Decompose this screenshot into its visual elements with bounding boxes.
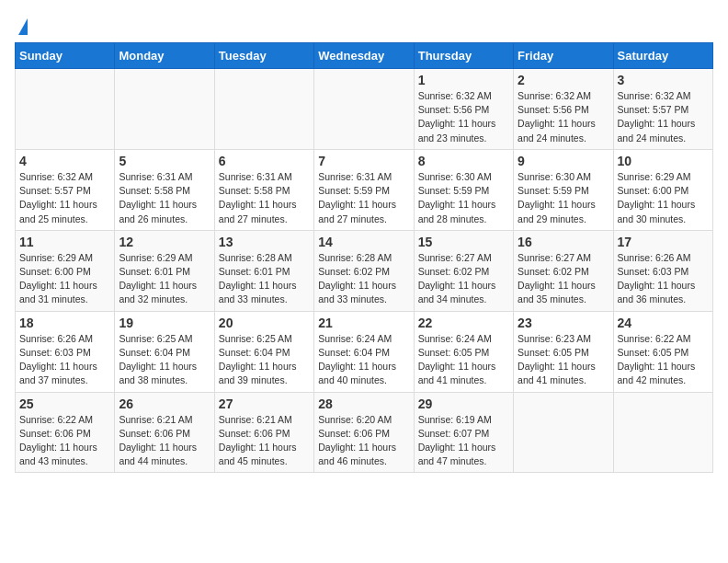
- day-number: 17: [618, 235, 709, 249]
- day-info: Sunrise: 6:27 AMSunset: 6:02 PMDaylight:…: [418, 252, 496, 305]
- day-info: Sunrise: 6:32 AMSunset: 5:57 PMDaylight:…: [618, 90, 696, 144]
- day-number: 27: [219, 396, 310, 411]
- day-number: 29: [418, 396, 509, 411]
- day-number: 15: [418, 235, 509, 249]
- day-cell: 25 Sunrise: 6:22 AMSunset: 6:06 PMDaylig…: [16, 392, 115, 473]
- day-info: Sunrise: 6:22 AMSunset: 6:06 PMDaylight:…: [19, 414, 97, 467]
- day-number: 23: [518, 316, 609, 330]
- day-info: Sunrise: 6:28 AMSunset: 6:02 PMDaylight:…: [318, 252, 396, 305]
- day-info: Sunrise: 6:32 AMSunset: 5:56 PMDaylight:…: [518, 90, 596, 144]
- day-info: Sunrise: 6:28 AMSunset: 6:01 PMDaylight:…: [219, 252, 297, 305]
- day-cell: 6 Sunrise: 6:31 AMSunset: 5:58 PMDayligh…: [214, 149, 313, 230]
- day-cell: 10 Sunrise: 6:29 AMSunset: 6:00 PMDaylig…: [613, 149, 712, 230]
- day-cell: 24 Sunrise: 6:22 AMSunset: 6:05 PMDaylig…: [613, 311, 712, 392]
- day-info: Sunrise: 6:29 AMSunset: 6:01 PMDaylight:…: [119, 252, 197, 305]
- day-cell: 21 Sunrise: 6:24 AMSunset: 6:04 PMDaylig…: [314, 311, 414, 392]
- column-header-monday: Monday: [115, 43, 214, 69]
- day-number: 4: [19, 154, 110, 168]
- day-cell: [613, 392, 712, 473]
- column-header-tuesday: Tuesday: [214, 43, 313, 69]
- header-row: SundayMondayTuesdayWednesdayThursdayFrid…: [16, 43, 713, 69]
- day-number: 5: [119, 154, 210, 168]
- week-row-2: 4 Sunrise: 6:32 AMSunset: 5:57 PMDayligh…: [16, 149, 713, 230]
- day-number: 25: [19, 396, 110, 411]
- header: [15, 15, 713, 35]
- day-info: Sunrise: 6:30 AMSunset: 5:59 PMDaylight:…: [518, 171, 596, 224]
- column-header-thursday: Thursday: [414, 43, 513, 69]
- day-info: Sunrise: 6:20 AMSunset: 6:06 PMDaylight:…: [318, 414, 396, 467]
- day-cell: 9 Sunrise: 6:30 AMSunset: 5:59 PMDayligh…: [514, 149, 613, 230]
- day-info: Sunrise: 6:31 AMSunset: 5:58 PMDaylight:…: [219, 171, 297, 224]
- column-header-wednesday: Wednesday: [314, 43, 414, 69]
- day-cell: 22 Sunrise: 6:24 AMSunset: 6:05 PMDaylig…: [414, 311, 513, 392]
- day-number: 14: [318, 235, 409, 249]
- day-cell: 7 Sunrise: 6:31 AMSunset: 5:59 PMDayligh…: [314, 149, 414, 230]
- day-cell: 14 Sunrise: 6:28 AMSunset: 6:02 PMDaylig…: [314, 230, 414, 311]
- day-info: Sunrise: 6:26 AMSunset: 6:03 PMDaylight:…: [19, 333, 97, 386]
- day-number: 10: [618, 154, 709, 168]
- day-cell: [16, 69, 115, 150]
- week-row-5: 25 Sunrise: 6:22 AMSunset: 6:06 PMDaylig…: [16, 392, 713, 473]
- day-info: Sunrise: 6:21 AMSunset: 6:06 PMDaylight:…: [219, 414, 297, 467]
- day-info: Sunrise: 6:31 AMSunset: 5:59 PMDaylight:…: [318, 171, 396, 224]
- day-info: Sunrise: 6:25 AMSunset: 6:04 PMDaylight:…: [219, 333, 297, 386]
- day-cell: 26 Sunrise: 6:21 AMSunset: 6:06 PMDaylig…: [115, 392, 214, 473]
- day-cell: 15 Sunrise: 6:27 AMSunset: 6:02 PMDaylig…: [414, 230, 513, 311]
- day-number: 8: [418, 154, 509, 168]
- day-cell: 29 Sunrise: 6:19 AMSunset: 6:07 PMDaylig…: [414, 392, 513, 473]
- day-cell: [214, 69, 313, 150]
- day-number: 13: [219, 235, 310, 249]
- day-info: Sunrise: 6:29 AMSunset: 6:00 PMDaylight:…: [618, 171, 696, 224]
- day-cell: 17 Sunrise: 6:26 AMSunset: 6:03 PMDaylig…: [613, 230, 712, 311]
- day-info: Sunrise: 6:32 AMSunset: 5:56 PMDaylight:…: [418, 90, 496, 144]
- day-info: Sunrise: 6:25 AMSunset: 6:04 PMDaylight:…: [119, 333, 197, 386]
- day-cell: 5 Sunrise: 6:31 AMSunset: 5:58 PMDayligh…: [115, 149, 214, 230]
- day-cell: 3 Sunrise: 6:32 AMSunset: 5:57 PMDayligh…: [613, 69, 712, 150]
- logo-triangle-icon: [18, 18, 28, 35]
- day-cell: 13 Sunrise: 6:28 AMSunset: 6:01 PMDaylig…: [214, 230, 313, 311]
- day-number: 12: [119, 235, 210, 249]
- day-info: Sunrise: 6:26 AMSunset: 6:03 PMDaylight:…: [618, 252, 696, 305]
- day-cell: 4 Sunrise: 6:32 AMSunset: 5:57 PMDayligh…: [16, 149, 115, 230]
- day-info: Sunrise: 6:22 AMSunset: 6:05 PMDaylight:…: [618, 333, 696, 386]
- day-cell: [314, 69, 414, 150]
- day-number: 24: [618, 316, 709, 330]
- day-cell: 28 Sunrise: 6:20 AMSunset: 6:06 PMDaylig…: [314, 392, 414, 473]
- day-number: 19: [119, 316, 210, 330]
- day-info: Sunrise: 6:23 AMSunset: 6:05 PMDaylight:…: [518, 333, 596, 386]
- day-cell: 18 Sunrise: 6:26 AMSunset: 6:03 PMDaylig…: [16, 311, 115, 392]
- day-cell: 16 Sunrise: 6:27 AMSunset: 6:02 PMDaylig…: [514, 230, 613, 311]
- day-cell: [115, 69, 214, 150]
- day-number: 18: [19, 316, 110, 330]
- column-header-sunday: Sunday: [16, 43, 115, 69]
- day-cell: 8 Sunrise: 6:30 AMSunset: 5:59 PMDayligh…: [414, 149, 513, 230]
- day-number: 26: [119, 396, 210, 411]
- day-number: 11: [19, 235, 110, 249]
- day-info: Sunrise: 6:27 AMSunset: 6:02 PMDaylight:…: [518, 252, 596, 305]
- day-info: Sunrise: 6:24 AMSunset: 6:04 PMDaylight:…: [318, 333, 396, 386]
- day-cell: 12 Sunrise: 6:29 AMSunset: 6:01 PMDaylig…: [115, 230, 214, 311]
- logo: [15, 15, 28, 35]
- day-cell: 11 Sunrise: 6:29 AMSunset: 6:00 PMDaylig…: [16, 230, 115, 311]
- day-number: 2: [518, 73, 609, 87]
- day-number: 28: [318, 396, 409, 411]
- day-cell: 23 Sunrise: 6:23 AMSunset: 6:05 PMDaylig…: [514, 311, 613, 392]
- day-number: 9: [518, 154, 609, 168]
- day-info: Sunrise: 6:31 AMSunset: 5:58 PMDaylight:…: [119, 171, 197, 224]
- day-info: Sunrise: 6:29 AMSunset: 6:00 PMDaylight:…: [19, 252, 97, 305]
- day-info: Sunrise: 6:32 AMSunset: 5:57 PMDaylight:…: [19, 171, 97, 224]
- day-number: 22: [418, 316, 509, 330]
- day-info: Sunrise: 6:19 AMSunset: 6:07 PMDaylight:…: [418, 414, 496, 467]
- day-cell: 2 Sunrise: 6:32 AMSunset: 5:56 PMDayligh…: [514, 69, 613, 150]
- day-cell: [514, 392, 613, 473]
- day-number: 6: [219, 154, 310, 168]
- day-cell: 19 Sunrise: 6:25 AMSunset: 6:04 PMDaylig…: [115, 311, 214, 392]
- day-number: 3: [618, 73, 709, 87]
- day-cell: 27 Sunrise: 6:21 AMSunset: 6:06 PMDaylig…: [214, 392, 313, 473]
- column-header-saturday: Saturday: [613, 43, 712, 69]
- week-row-3: 11 Sunrise: 6:29 AMSunset: 6:00 PMDaylig…: [16, 230, 713, 311]
- day-number: 16: [518, 235, 609, 249]
- day-number: 7: [318, 154, 409, 168]
- day-info: Sunrise: 6:24 AMSunset: 6:05 PMDaylight:…: [418, 333, 496, 386]
- day-number: 21: [318, 316, 409, 330]
